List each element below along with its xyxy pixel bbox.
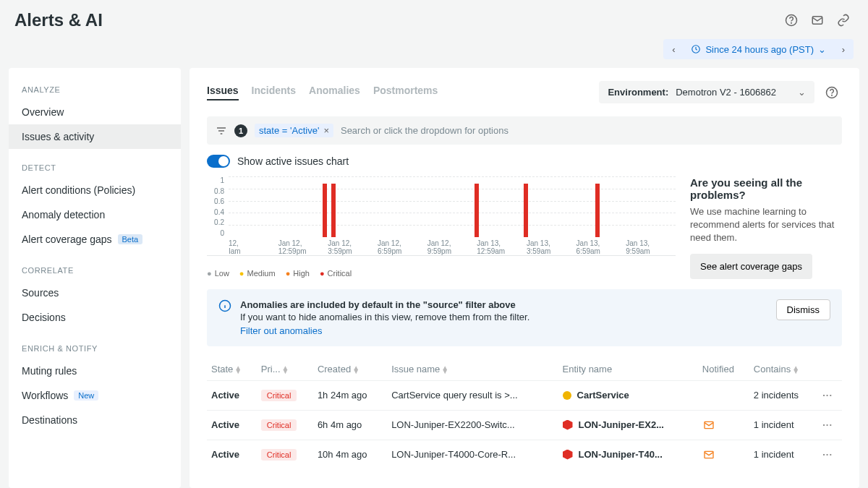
sidebar-item[interactable]: Alert coverage gapsBeta [9, 227, 181, 252]
sidebar-item[interactable]: Anomaly detection [9, 202, 181, 227]
environment-row: Environment: Demotron V2 - 1606862 ⌄ [599, 81, 842, 103]
entity-hex-icon [563, 420, 573, 430]
time-picker[interactable]: ‹ Since 24 hours ago (PST) ⌄ › [663, 39, 854, 59]
row-menu-icon[interactable]: ··· [822, 449, 833, 460]
table-row[interactable]: ActiveCritical6h 4m agoLON-Juniper-EX220… [207, 410, 842, 440]
table-header[interactable]: Issue name▲▼ [387, 358, 558, 381]
topbar: Alerts & AI [0, 0, 868, 36]
chart-bar[interactable] [475, 184, 479, 237]
tab[interactable]: Postmortems [373, 85, 438, 100]
banner-title: Anomalies are included by default in the… [240, 299, 767, 310]
env-help-icon[interactable] [822, 82, 842, 103]
sort-icon: ▲▼ [441, 366, 448, 373]
cell-contains: 1 incident [749, 440, 818, 469]
chart-xtick: Jan 13,12:59am [477, 239, 527, 255]
sidebar-item[interactable]: Issues & activity [9, 124, 181, 149]
cell-issue: LON-Juniper-EX2200-Switc... [387, 410, 558, 440]
priority-pill: Critical [261, 449, 297, 461]
table-header[interactable]: Created▲▼ [313, 358, 387, 381]
tab[interactable]: Anomalies [309, 85, 360, 100]
cell-contains: 1 incident [749, 410, 818, 440]
promo-cta-button[interactable]: See alert coverage gaps [690, 254, 812, 279]
sidebar-item[interactable]: Decisions [9, 305, 181, 330]
chevron-down-icon: ⌄ [818, 44, 826, 55]
chart-ytick: 0.8 [207, 187, 224, 195]
info-icon [218, 299, 231, 312]
banner-link[interactable]: Filter out anomalies [240, 325, 322, 336]
entity-hex-icon [563, 450, 573, 460]
filter-count: 1 [234, 124, 247, 137]
sidebar-item-label: Overview [22, 106, 64, 118]
time-prev-icon[interactable]: ‹ [663, 39, 684, 59]
chart-bar[interactable] [323, 184, 327, 237]
tab[interactable]: Issues [207, 85, 239, 100]
banner-body: If you want to hide anomalies in this vi… [240, 312, 529, 322]
svg-point-1 [791, 22, 792, 23]
chart-bar[interactable] [524, 184, 528, 237]
chart-xtick: Jan 12,12:59pm [278, 239, 328, 255]
tab[interactable]: Incidents [252, 85, 296, 100]
sidebar: ANALYZEOverviewIssues & activityDETECTAl… [9, 68, 181, 488]
content: IssuesIncidentsAnomaliesPostmortems Envi… [190, 68, 859, 488]
chart-ytick: 1 [207, 176, 224, 184]
table-header[interactable]: State▲▼ [207, 358, 257, 381]
help-icon[interactable] [781, 10, 801, 30]
chart-toggle[interactable] [207, 155, 230, 168]
cell-entity: LON-Juniper-EX2... [563, 419, 694, 430]
chart-xtick: Jan 13,9:59am [626, 239, 676, 255]
cell-issue: LON-Juniper-T4000-Core-R... [387, 440, 558, 469]
cell-notified [698, 440, 749, 469]
table-header[interactable]: Contains▲▼ [749, 358, 818, 381]
sidebar-item-label: Workflows [22, 390, 68, 401]
mail-icon[interactable] [807, 10, 827, 30]
svg-point-5 [832, 95, 833, 95]
sidebar-item[interactable]: Destinations [9, 408, 181, 432]
sidebar-item-label: Anomaly detection [22, 209, 105, 221]
table-row[interactable]: ActiveCritical10h 4m agoLON-Juniper-T400… [207, 440, 842, 469]
sidebar-item-label: Decisions [22, 312, 66, 323]
sidebar-item[interactable]: Muting rules [9, 359, 181, 383]
link-icon[interactable] [833, 10, 854, 30]
filter-chip-remove-icon[interactable]: × [323, 125, 329, 136]
row-menu-icon[interactable]: ··· [822, 390, 833, 401]
filter-placeholder[interactable]: Search or click the dropdown for options [341, 125, 833, 136]
chart-bar[interactable] [331, 184, 336, 237]
topbar-icons [781, 10, 854, 30]
sidebar-item[interactable]: Overview [9, 100, 181, 124]
cell-created: 6h 4m ago [313, 410, 387, 440]
table-header[interactable]: Entity name [558, 358, 698, 381]
sidebar-item[interactable]: Sources [9, 281, 181, 305]
row-menu-icon[interactable]: ··· [822, 419, 833, 430]
notified-mail-icon [702, 449, 745, 461]
sidebar-item-label: Muting rules [22, 365, 77, 377]
filter-chip[interactable]: state = 'Active' × [255, 124, 333, 137]
chart-xtick: Jan 13,3:59am [527, 239, 576, 255]
chart-xtick: 12,Iam [229, 239, 278, 255]
sidebar-item-label: Destinations [22, 414, 77, 426]
banner-dismiss-button[interactable]: Dismiss [776, 299, 831, 320]
time-row: ‹ Since 24 hours ago (PST) ⌄ › [0, 36, 868, 68]
sidebar-section-label: DETECT [9, 158, 181, 178]
cell-state: Active [211, 449, 239, 460]
time-label[interactable]: Since 24 hours ago (PST) ⌄ [684, 44, 833, 55]
sidebar-item-label: Alert conditions (Policies) [22, 184, 135, 196]
chart-bar[interactable] [595, 184, 600, 237]
sort-icon: ▲▼ [352, 366, 359, 373]
notified-mail-icon [702, 419, 745, 431]
environment-select[interactable]: Environment: Demotron V2 - 1606862 ⌄ [599, 81, 814, 103]
filter-bar[interactable]: 1 state = 'Active' × Search or click the… [207, 116, 842, 145]
time-next-icon[interactable]: › [833, 39, 854, 59]
sidebar-item[interactable]: Alert conditions (Policies) [9, 178, 181, 202]
sidebar-item[interactable]: WorkflowsNew [9, 383, 181, 408]
clock-icon [691, 44, 701, 54]
promo-title: Are you seeing all the problems? [690, 176, 842, 201]
chevron-down-icon: ⌄ [798, 87, 806, 98]
table-header[interactable]: Pri...▲▼ [257, 358, 313, 381]
cell-notified [698, 410, 749, 440]
chart-legend: Low Medium High Critical [207, 269, 676, 278]
sidebar-section-label: ENRICH & NOTIFY [9, 338, 181, 359]
cell-created: 10h 4m ago [313, 440, 387, 469]
table-header[interactable]: Notified [698, 358, 749, 381]
sort-icon: ▲▼ [282, 366, 289, 373]
table-row[interactable]: ActiveCritical1h 24m agoCartService quer… [207, 380, 842, 410]
